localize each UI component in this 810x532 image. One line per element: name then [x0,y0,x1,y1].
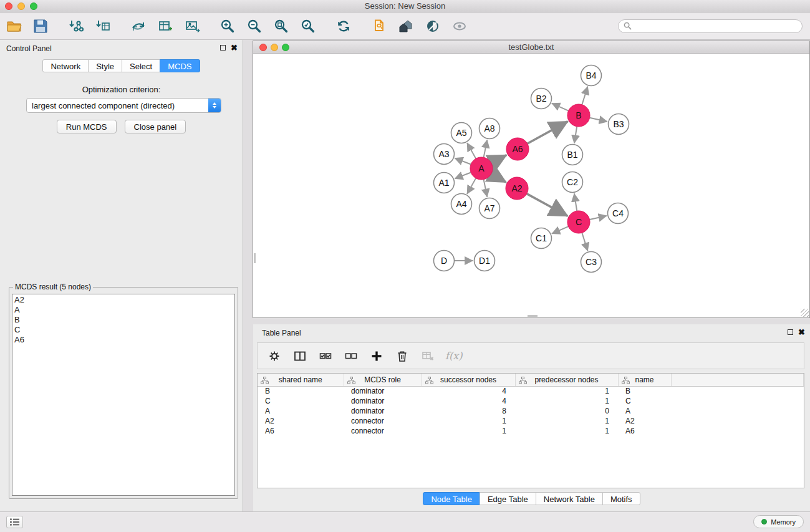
graphics-details-icon[interactable] [422,16,443,36]
result-item[interactable]: A6 [14,335,233,345]
zoom-in-icon[interactable] [217,16,238,36]
network-node-C3[interactable]: C3 [581,252,602,273]
refresh-icon[interactable] [333,16,354,36]
criterion-dropdown[interactable]: largest connected component (directed) [26,98,221,113]
network-edge-C-C1[interactable] [552,226,569,233]
network-edge-A-A6[interactable] [491,155,506,163]
tab-motifs[interactable]: Motifs [602,492,640,505]
network-edge-B-B3[interactable] [590,118,607,122]
network-canvas[interactable]: B4B2BB3A5A8A6B1A3AC2A1A2A4A7C4CC1C3DD1 [253,54,809,317]
delete-table-icon[interactable] [420,348,436,364]
result-item[interactable]: C [14,325,233,335]
run-mcds-button[interactable]: Run MCDS [57,120,117,133]
column-header-name[interactable]: name [618,374,671,386]
new-network-icon[interactable] [128,16,149,36]
resize-grip[interactable] [801,309,809,317]
tab-network[interactable]: Network [42,59,89,72]
network-node-C1[interactable]: C1 [531,228,552,249]
table-row[interactable]: Cdominator41C [258,396,804,406]
table-row[interactable]: Adominator80A [258,406,804,416]
table-settings-gear-icon[interactable] [266,348,282,364]
network-node-B[interactable]: B [567,104,590,127]
network-edge-A2-C[interactable] [527,194,568,216]
network-edge-C-C3[interactable] [582,233,587,251]
close-panel-icon[interactable]: ✖ [231,44,238,51]
result-item[interactable]: B [14,315,233,325]
tab-network-table[interactable]: Network Table [536,492,603,505]
memory-button[interactable]: Memory [753,515,804,528]
import-table-from-file-icon[interactable] [92,16,113,36]
new-table-icon[interactable] [155,16,176,36]
close-panel-button[interactable]: Close panel [125,120,186,133]
horizontal-scroll-indicator[interactable] [528,315,538,317]
open-file-icon[interactable] [3,16,24,36]
select-all-icon[interactable] [317,348,334,364]
network-node-A8[interactable]: A8 [480,118,500,139]
result-item[interactable]: A2 [14,295,233,305]
tab-node-table[interactable]: Node Table [423,492,480,505]
table-row[interactable]: A2connector11A2 [258,416,804,426]
function-builder-icon[interactable]: f(x) [445,348,462,364]
network-edge-C-C4[interactable] [590,216,607,220]
network-edge-A-A7[interactable] [484,180,488,197]
zoom-selected-icon[interactable] [297,16,319,36]
network-node-D1[interactable]: D1 [475,251,495,271]
import-network-from-file-icon[interactable] [65,16,87,36]
network-node-A[interactable]: A [470,157,493,180]
table-close-panel-icon[interactable]: ✖ [798,329,805,336]
network-node-B2[interactable]: B2 [531,89,552,109]
tab-select[interactable]: Select [122,59,160,72]
network-node-C4[interactable]: C4 [608,203,629,224]
network-node-C[interactable]: C [567,211,590,233]
network-node-A4[interactable]: A4 [451,194,472,215]
network-node-A7[interactable]: A7 [480,198,500,219]
export-image-icon[interactable] [181,16,203,36]
column-header-predecessor-nodes[interactable]: predecessor nodes [515,374,618,386]
result-item[interactable]: A [14,305,233,315]
network-node-A3[interactable]: A3 [434,144,455,165]
table-float-panel-icon[interactable] [788,329,793,335]
zoom-fit-icon[interactable] [271,16,292,36]
tab-edge-table[interactable]: Edge Table [480,492,536,505]
network-edge-A6-B[interactable] [528,122,568,144]
add-column-icon[interactable] [369,348,385,364]
task-history-button[interactable] [6,516,23,528]
float-panel-icon[interactable] [220,45,226,51]
network-edge-A-A5[interactable] [467,143,476,158]
network-node-B3[interactable]: B3 [609,114,629,135]
network-edge-C-C2[interactable] [574,193,577,211]
network-node-C2[interactable]: C2 [562,172,583,193]
network-edge-A-A1[interactable] [455,172,471,178]
zoom-out-icon[interactable] [244,16,265,36]
tab-mcds[interactable]: MCDS [160,59,200,72]
network-edge-A-A3[interactable] [455,158,471,165]
save-session-icon[interactable] [30,16,51,36]
network-edge-A-A8[interactable] [484,140,488,157]
column-header-MCDS-role[interactable]: MCDS role [344,374,422,386]
network-edge-B-B1[interactable] [574,127,577,143]
split-column-icon[interactable] [292,348,308,364]
home-network-icon[interactable] [395,16,417,36]
deselect-all-icon[interactable] [343,348,359,364]
network-node-A2[interactable]: A2 [506,177,528,200]
network-edge-A-A2[interactable] [491,174,506,182]
network-edge-A-A4[interactable] [467,178,476,194]
delete-column-icon[interactable] [394,348,410,364]
search-input[interactable] [635,21,797,31]
mcds-result-list[interactable]: A2ABCA6 [12,294,235,496]
show-hide-icon[interactable] [449,16,470,36]
network-node-D[interactable]: D [434,251,455,271]
table-row[interactable]: Bdominator41B [258,386,804,396]
network-node-A5[interactable]: A5 [451,123,472,143]
network-window-titlebar[interactable]: testGlobe.txt [253,41,809,54]
network-edge-B-B2[interactable] [552,104,569,111]
table-row[interactable]: A6connector11A6 [258,426,804,436]
node-table[interactable]: shared nameMCDS rolesuccessor nodesprede… [258,374,804,436]
search-field[interactable] [618,19,803,33]
network-node-A6[interactable]: A6 [506,138,529,160]
network-node-B4[interactable]: B4 [581,65,602,86]
column-header-shared-name[interactable]: shared name [258,374,344,386]
network-node-A1[interactable]: A1 [434,173,455,193]
tab-style[interactable]: Style [88,59,122,72]
first-neighbors-icon[interactable] [369,16,390,36]
